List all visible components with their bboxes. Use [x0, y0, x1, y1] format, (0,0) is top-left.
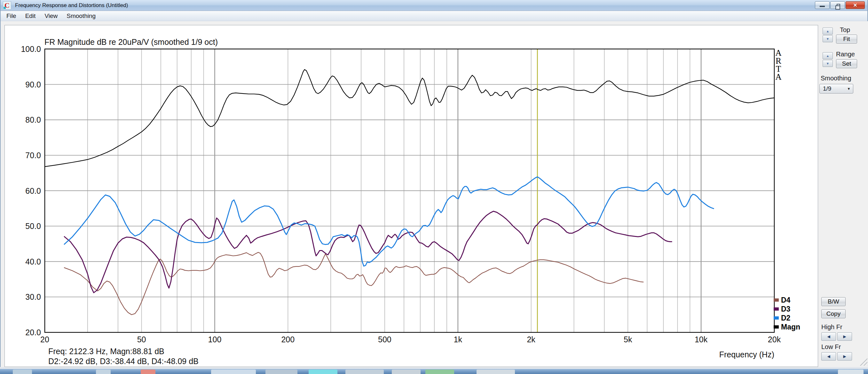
y-tick-label: 60.0: [11, 186, 41, 195]
low-fr-label: Low Fr: [821, 343, 841, 351]
range-label: Range: [836, 51, 855, 58]
range-spin-up-button[interactable]: ▲: [823, 52, 833, 59]
menu-item-smoothing[interactable]: Smoothing: [62, 11, 100, 21]
x-tick-label: 2k: [517, 335, 546, 344]
smoothing-dropdown[interactable]: 1/9 ▼: [819, 84, 853, 93]
menu-item-file[interactable]: File: [2, 11, 21, 21]
taskbar[interactable]: [0, 369, 868, 374]
left-arrow-icon: ◀: [827, 334, 830, 339]
close-icon: ✕: [853, 2, 857, 8]
taskbar-button[interactable]: [211, 370, 256, 374]
copy-button[interactable]: Copy: [821, 309, 846, 318]
chart-title: FR Magnitude dB re 20uPa/V (smoothed 1/9…: [44, 37, 218, 47]
taskbar-button[interactable]: [345, 370, 384, 374]
high-fr-left-button[interactable]: ◀: [821, 333, 836, 341]
y-tick-label: 80.0: [11, 115, 41, 124]
set-button[interactable]: Set: [836, 59, 857, 68]
legend-swatch: [774, 308, 779, 311]
restore-icon: [837, 4, 840, 7]
menubar: FileEditViewSmoothing: [1, 11, 867, 21]
high-fr-label: High Fr: [821, 323, 842, 331]
x-axis-title: Frequency (Hz): [672, 350, 774, 359]
taskbar-button[interactable]: [13, 370, 32, 374]
titlebar[interactable]: C Frequency Response and Distortions (Un…: [1, 0, 867, 11]
curve-magn: [45, 69, 774, 167]
legend-label: Magn: [781, 323, 800, 332]
x-tick-label: 20: [30, 335, 59, 344]
low-fr-right-button[interactable]: ▶: [837, 352, 852, 361]
top-spinner: ▲ ▼: [823, 28, 833, 43]
window-title: Frequency Response and Distortions (Unti…: [15, 2, 128, 9]
x-tick-label: 20k: [760, 335, 789, 344]
y-tick-label: 50.0: [11, 222, 41, 231]
legend-label: D2: [781, 314, 790, 322]
legend-swatch: [774, 298, 779, 301]
curve-d2: [64, 177, 714, 266]
legend-item-d4: D4: [774, 295, 800, 305]
arta-letter: A: [771, 73, 786, 81]
dropdown-arrow-icon: ▼: [845, 87, 853, 91]
cursor-status-line2: D2:-24.92 dB, D3:-38.44 dB, D4:-48.09 dB: [48, 357, 198, 366]
smoothing-value: 1/9: [820, 85, 845, 92]
up-arrow-icon: ▲: [826, 29, 829, 33]
low-fr-left-button[interactable]: ◀: [821, 352, 836, 361]
range-spin-down-button[interactable]: ▼: [823, 60, 833, 67]
fit-button[interactable]: Fit: [836, 35, 857, 44]
app-window: C Frequency Response and Distortions (Un…: [0, 0, 868, 368]
taskbar-button[interactable]: [96, 370, 111, 374]
x-tick-label: 200: [274, 335, 302, 344]
menu-item-view[interactable]: View: [40, 11, 62, 21]
taskbar-button[interactable]: [309, 370, 337, 374]
restore-button[interactable]: [830, 1, 845, 9]
right-control-panel: ▲ ▼ Top Fit ▲ ▼ Range Set Smoothing 1/9 …: [819, 21, 868, 367]
taskbar-button[interactable]: [266, 370, 298, 374]
left-arrow-icon: ◀: [827, 354, 830, 358]
top-label: Top: [840, 26, 850, 34]
high-fr-right-button[interactable]: ▶: [837, 333, 852, 341]
legend-swatch: [774, 316, 779, 320]
bw-button[interactable]: B/W: [821, 297, 846, 306]
chart-panel: FR Magnitude dB re 20uPa/V (smoothed 1/9…: [4, 25, 818, 367]
legend-item-magn: Magn: [774, 322, 800, 332]
taskbar-button[interactable]: [838, 370, 864, 374]
x-tick-label: 50: [127, 335, 156, 344]
menu-item-edit[interactable]: Edit: [21, 11, 40, 21]
y-tick-label: 90.0: [11, 80, 41, 89]
taskbar-button[interactable]: [392, 370, 421, 374]
smoothing-label: Smoothing: [821, 75, 851, 82]
x-tick-label: 10k: [687, 335, 715, 344]
curve-d3: [64, 211, 672, 293]
range-spinner: ▲ ▼: [823, 52, 833, 67]
legend-label: D4: [781, 296, 790, 305]
right-arrow-icon: ▶: [843, 354, 846, 358]
resize-grip[interactable]: [859, 357, 867, 366]
taskbar-button[interactable]: [476, 370, 515, 374]
arta-watermark: ARTA: [771, 49, 786, 81]
down-arrow-icon: ▼: [826, 62, 829, 65]
x-tick-label: 100: [200, 335, 229, 344]
top-spin-down-button[interactable]: ▼: [823, 35, 833, 42]
x-tick-label: 1k: [443, 335, 472, 344]
taskbar-button[interactable]: [425, 370, 454, 374]
legend-label: D3: [781, 305, 790, 314]
app-icon: C: [3, 1, 11, 9]
legend: D4D3D2Magn: [774, 295, 800, 332]
right-arrow-icon: ▶: [843, 334, 846, 339]
up-arrow-icon: ▲: [826, 54, 829, 58]
minimize-icon: [820, 6, 825, 7]
minimize-button[interactable]: [815, 1, 830, 9]
x-tick-label: 500: [370, 335, 399, 344]
legend-swatch: [774, 325, 779, 328]
y-tick-label: 40.0: [11, 257, 41, 266]
fr-plot[interactable]: [5, 25, 818, 367]
legend-item-d2: D2: [774, 314, 800, 322]
legend-item-d3: D3: [774, 305, 800, 314]
y-tick-label: 70.0: [11, 151, 41, 160]
top-spin-up-button[interactable]: ▲: [823, 28, 833, 35]
close-button[interactable]: ✕: [846, 1, 865, 9]
cursor-status-line1: Freq: 2122.3 Hz, Magn:88.81 dB: [48, 347, 164, 356]
y-tick-label: 30.0: [11, 292, 41, 301]
down-arrow-icon: ▼: [826, 37, 829, 41]
taskbar-button[interactable]: [141, 370, 155, 374]
x-tick-label: 5k: [613, 335, 642, 344]
